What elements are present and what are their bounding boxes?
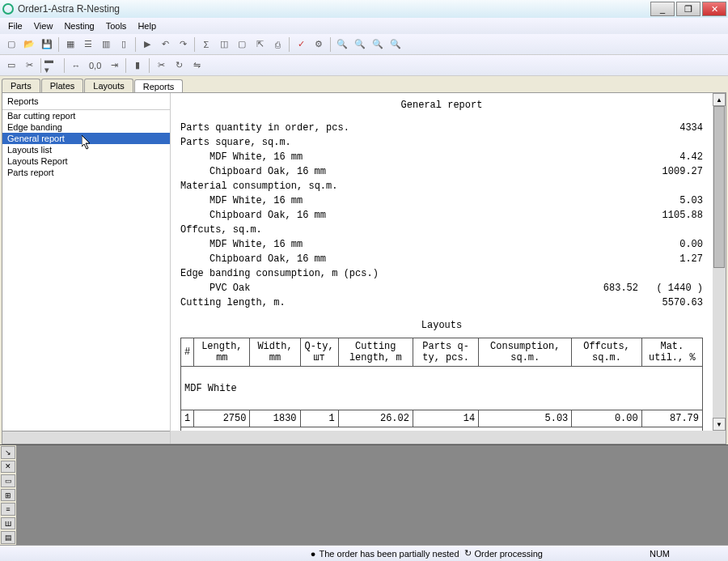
scroll-down-icon[interactable]: ▼: [713, 418, 726, 431]
box-icon[interactable]: ▢: [234, 36, 250, 53]
scroll-up-icon[interactable]: ▲: [713, 93, 726, 106]
cell-cons: 5.03: [479, 410, 572, 427]
check-icon[interactable]: ✓: [293, 36, 309, 53]
status-msg-1: The order has been partially nested: [320, 549, 459, 559]
layouts-table: #Length, mmWidth, mmQ-ty, штCutting leng…: [180, 338, 703, 431]
cell-off: 0.00: [572, 410, 641, 427]
report-line: MDF White, 16 mm5.03: [180, 193, 703, 208]
scroll-thumb[interactable]: [713, 106, 725, 268]
close-button[interactable]: ✕: [702, 2, 726, 16]
new-icon[interactable]: ▢: [3, 36, 19, 53]
report-line: Cutting length, m.5570.63: [180, 295, 703, 310]
menu-nesting[interactable]: Nesting: [59, 19, 99, 32]
scissors-icon[interactable]: ✂: [153, 57, 169, 74]
save-icon[interactable]: 💾: [39, 36, 55, 53]
col-header: #: [181, 338, 194, 367]
cell-length: 2750: [194, 410, 250, 427]
cursor-icon[interactable]: ↔: [68, 57, 84, 74]
tabs: Parts Plates Layouts Reports: [0, 76, 728, 92]
menu-tools[interactable]: Tools: [101, 19, 132, 32]
books-icon[interactable]: ▥: [98, 36, 114, 53]
cell-util: 87.79: [641, 410, 702, 427]
play-icon[interactable]: ▶: [139, 36, 155, 53]
col-header: Length, mm: [194, 338, 250, 367]
material-row: MDF White: [181, 367, 703, 410]
tab-reports[interactable]: Reports: [134, 79, 184, 93]
report-label: MDF White, 16 mm: [180, 150, 303, 164]
menu-file[interactable]: File: [3, 19, 28, 32]
report-vscroll[interactable]: ▲ ▼: [713, 93, 726, 431]
sidebar-item[interactable]: General report: [2, 133, 170, 144]
tool-d-icon[interactable]: Ш: [1, 517, 15, 530]
report-label: Chipboard Oak, 16 mm: [180, 252, 326, 266]
report-line: MDF White, 16 mm4.42: [180, 150, 703, 164]
report-hscroll[interactable]: [171, 431, 726, 444]
open-icon[interactable]: 📂: [21, 36, 37, 53]
rotate-icon[interactable]: ↻: [171, 57, 187, 74]
table-row: 127501830126.02145.030.0087.79: [181, 410, 703, 427]
tool-arrow-icon[interactable]: ↘: [1, 446, 15, 459]
print-icon[interactable]: ⎙: [269, 36, 286, 53]
tab-layouts[interactable]: Layouts: [84, 79, 133, 92]
report-label: Chipboard Oak, 16 mm: [180, 164, 326, 179]
tab-plates[interactable]: Plates: [41, 79, 84, 92]
refresh-icon: ↻: [464, 548, 472, 559]
report-value: 1105.88: [646, 208, 703, 223]
precision-label[interactable]: 0,0: [86, 57, 104, 74]
flip-icon[interactable]: ⇋: [188, 57, 205, 74]
menu-help[interactable]: Help: [133, 19, 161, 32]
report-label: Parts square, sq.m.: [180, 135, 291, 150]
zoom-out-icon[interactable]: 🔍: [352, 36, 368, 53]
workspace: Reports Bar cutting reportEdge bandingGe…: [2, 92, 726, 444]
toolbar-2: ▭ ✂ ▬ ▾ ↔ 0,0 ⇥ ▮ ✂ ↻ ⇋: [0, 55, 728, 76]
report-label: Offcuts, sq.m.: [180, 223, 262, 237]
status-bar: ● The order has been partially nested ↻ …: [0, 545, 728, 561]
sigma-icon[interactable]: Σ: [198, 36, 214, 53]
app-icon: [2, 2, 15, 15]
layouts-heading: Layouts: [180, 320, 703, 331]
col-header: Parts q-ty, pcs.: [413, 338, 478, 367]
zoom-fit-icon[interactable]: 🔍: [370, 36, 386, 53]
tool-e-icon[interactable]: ▤: [1, 531, 15, 544]
select-icon[interactable]: ▭: [3, 57, 19, 74]
sidebar-item[interactable]: Layouts list: [2, 144, 170, 155]
kerf-icon[interactable]: ⇥: [106, 57, 122, 74]
abacus-icon[interactable]: ⚙: [311, 36, 327, 53]
report-value: 4334: [663, 121, 703, 135]
sidebar-item[interactable]: Edge banding: [2, 121, 170, 133]
report-line: Chipboard Oak, 16 mm1.27: [180, 252, 703, 266]
menu-view[interactable]: View: [29, 19, 58, 32]
tool-b-icon[interactable]: ⊞: [1, 489, 15, 502]
undo-icon[interactable]: ↶: [157, 36, 173, 53]
cut-icon[interactable]: ▮: [129, 57, 146, 74]
cross-icon[interactable]: ✂: [21, 57, 37, 74]
layers-icon[interactable]: ☰: [80, 36, 96, 53]
partial-icon: ●: [311, 549, 316, 559]
sidebar-list: Bar cutting reportEdge bandingGeneral re…: [2, 110, 170, 431]
col-header: Offcuts, sq.m.: [572, 338, 641, 367]
sidebar-item[interactable]: Bar cutting report: [2, 110, 170, 121]
minimize-button[interactable]: _: [650, 2, 675, 16]
chart-icon[interactable]: ◫: [216, 36, 232, 53]
maximize-button[interactable]: ❐: [676, 2, 700, 16]
sheet-icon[interactable]: ▯: [116, 36, 132, 53]
toggle-icon[interactable]: ▬ ▾: [44, 57, 61, 74]
report-value-2: ( 1440 ): [638, 281, 703, 295]
tool-a-icon[interactable]: ▭: [1, 474, 15, 487]
grid-icon[interactable]: ▦: [62, 36, 78, 53]
tool-x-icon[interactable]: ✕: [1, 461, 15, 474]
report-line: Edge banding consumption, m (pcs.): [180, 266, 703, 281]
sidebar-hscroll[interactable]: [2, 431, 170, 444]
status-msg-2: Order processing: [475, 549, 543, 559]
tool-c-icon[interactable]: ≡: [1, 503, 15, 516]
export-icon[interactable]: ⇱: [252, 36, 268, 53]
sidebar-item[interactable]: Layouts Report: [2, 155, 170, 167]
col-header: Mat. util., %: [641, 338, 702, 367]
tab-parts[interactable]: Parts: [2, 79, 40, 92]
report-value: 1009.27: [646, 164, 703, 179]
zoom-reset-icon[interactable]: 🔍: [387, 36, 404, 53]
sidebar-item[interactable]: Parts report: [2, 167, 170, 178]
zoom-in-icon[interactable]: 🔍: [334, 36, 350, 53]
report-line: Offcuts, sq.m.: [180, 223, 703, 237]
redo-icon[interactable]: ↷: [175, 36, 191, 53]
